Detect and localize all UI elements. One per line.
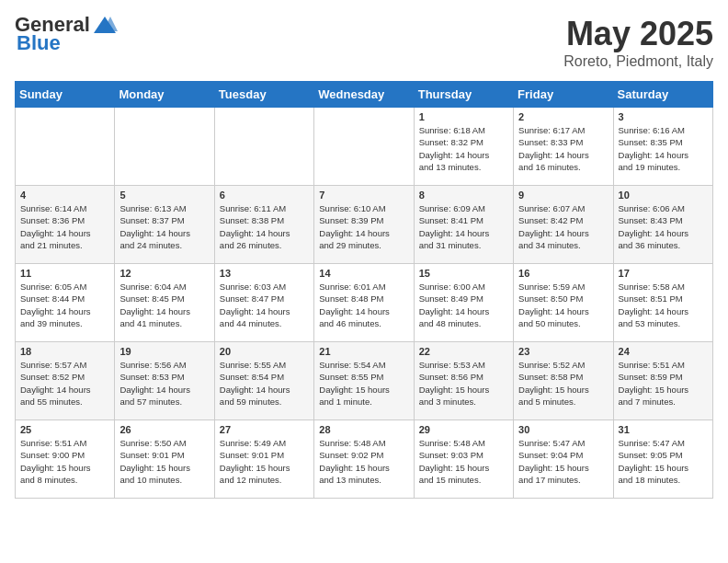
day-number: 3 xyxy=(619,111,708,122)
day-info: Sunrise: 6:11 AM Sunset: 8:38 PM Dayligh… xyxy=(220,202,309,251)
day-info: Sunrise: 6:06 AM Sunset: 8:43 PM Dayligh… xyxy=(619,202,708,251)
day-info: Sunrise: 6:17 AM Sunset: 8:33 PM Dayligh… xyxy=(518,124,608,173)
calendar-cell: 1Sunrise: 6:18 AM Sunset: 8:32 PM Daylig… xyxy=(414,108,513,186)
calendar-cell xyxy=(115,108,214,186)
calendar-cell: 5Sunrise: 6:13 AM Sunset: 8:37 PM Daylig… xyxy=(115,186,214,264)
calendar-cell: 22Sunrise: 5:53 AM Sunset: 8:56 PM Dayli… xyxy=(414,342,513,420)
day-info: Sunrise: 6:18 AM Sunset: 8:32 PM Dayligh… xyxy=(419,124,508,173)
calendar-cell: 15Sunrise: 6:00 AM Sunset: 8:49 PM Dayli… xyxy=(414,264,513,342)
calendar-cell: 24Sunrise: 5:51 AM Sunset: 8:59 PM Dayli… xyxy=(613,342,712,420)
day-number: 5 xyxy=(119,190,209,201)
day-number: 1 xyxy=(419,111,508,122)
calendar-cell: 20Sunrise: 5:55 AM Sunset: 8:54 PM Dayli… xyxy=(214,342,313,420)
calendar-cell: 21Sunrise: 5:54 AM Sunset: 8:55 PM Dayli… xyxy=(314,342,414,420)
calendar-cell: 13Sunrise: 6:03 AM Sunset: 8:47 PM Dayli… xyxy=(214,264,313,342)
calendar-cell xyxy=(314,108,414,186)
day-info: Sunrise: 6:00 AM Sunset: 8:49 PM Dayligh… xyxy=(419,281,508,329)
day-info: Sunrise: 6:03 AM Sunset: 8:47 PM Dayligh… xyxy=(220,281,309,329)
calendar-cell: 9Sunrise: 6:07 AM Sunset: 8:42 PM Daylig… xyxy=(514,186,613,264)
weekday-header-friday: Friday xyxy=(514,82,613,108)
day-info: Sunrise: 5:47 AM Sunset: 9:05 PM Dayligh… xyxy=(619,437,708,486)
day-number: 2 xyxy=(518,111,608,122)
day-number: 30 xyxy=(518,424,608,435)
page-header: General Blue May 2025 Roreto, Piedmont, … xyxy=(15,15,713,70)
calendar-cell: 30Sunrise: 5:47 AM Sunset: 9:04 PM Dayli… xyxy=(514,420,613,499)
calendar-cell: 6Sunrise: 6:11 AM Sunset: 8:38 PM Daylig… xyxy=(214,186,313,264)
day-info: Sunrise: 5:50 AM Sunset: 9:01 PM Dayligh… xyxy=(119,437,209,486)
day-number: 22 xyxy=(419,346,508,357)
day-number: 29 xyxy=(419,424,508,435)
day-number: 10 xyxy=(619,190,708,201)
calendar-cell: 7Sunrise: 6:10 AM Sunset: 8:39 PM Daylig… xyxy=(314,186,414,264)
calendar-cell: 27Sunrise: 5:49 AM Sunset: 9:01 PM Dayli… xyxy=(214,420,313,499)
calendar-cell: 17Sunrise: 5:58 AM Sunset: 8:51 PM Dayli… xyxy=(613,264,712,342)
weekday-header-wednesday: Wednesday xyxy=(314,82,414,108)
day-info: Sunrise: 6:13 AM Sunset: 8:37 PM Dayligh… xyxy=(119,202,209,251)
day-number: 19 xyxy=(119,346,209,357)
day-number: 21 xyxy=(319,346,408,357)
day-info: Sunrise: 5:48 AM Sunset: 9:02 PM Dayligh… xyxy=(319,437,408,486)
day-info: Sunrise: 6:09 AM Sunset: 8:41 PM Dayligh… xyxy=(419,202,508,251)
title-block: May 2025 Roreto, Piedmont, Italy xyxy=(563,15,713,70)
weekday-header-saturday: Saturday xyxy=(613,82,712,108)
day-info: Sunrise: 5:52 AM Sunset: 8:58 PM Dayligh… xyxy=(518,359,608,408)
calendar-cell: 14Sunrise: 6:01 AM Sunset: 8:48 PM Dayli… xyxy=(314,264,414,342)
calendar-cell: 19Sunrise: 5:56 AM Sunset: 8:53 PM Dayli… xyxy=(115,342,214,420)
calendar-cell: 25Sunrise: 5:51 AM Sunset: 9:00 PM Dayli… xyxy=(16,420,115,499)
calendar-cell: 12Sunrise: 6:04 AM Sunset: 8:45 PM Dayli… xyxy=(115,264,214,342)
day-info: Sunrise: 5:55 AM Sunset: 8:54 PM Dayligh… xyxy=(220,359,309,408)
day-number: 17 xyxy=(619,268,708,279)
day-number: 16 xyxy=(518,268,608,279)
calendar-cell xyxy=(214,108,313,186)
logo-icon xyxy=(92,15,118,35)
calendar-cell xyxy=(16,108,115,186)
day-number: 7 xyxy=(319,190,408,201)
calendar-cell: 4Sunrise: 6:14 AM Sunset: 8:36 PM Daylig… xyxy=(16,186,115,264)
day-number: 13 xyxy=(220,268,309,279)
day-number: 28 xyxy=(319,424,408,435)
day-number: 31 xyxy=(619,424,708,435)
day-info: Sunrise: 6:14 AM Sunset: 8:36 PM Dayligh… xyxy=(20,202,109,251)
day-number: 4 xyxy=(20,190,109,201)
day-number: 18 xyxy=(20,346,109,357)
day-number: 26 xyxy=(119,424,209,435)
day-info: Sunrise: 5:57 AM Sunset: 8:52 PM Dayligh… xyxy=(20,359,109,408)
calendar-subtitle: Roreto, Piedmont, Italy xyxy=(563,53,713,70)
calendar-week-row: 4Sunrise: 6:14 AM Sunset: 8:36 PM Daylig… xyxy=(16,186,713,264)
day-number: 6 xyxy=(220,190,309,201)
calendar-cell: 8Sunrise: 6:09 AM Sunset: 8:41 PM Daylig… xyxy=(414,186,513,264)
day-number: 8 xyxy=(419,190,508,201)
calendar-cell: 23Sunrise: 5:52 AM Sunset: 8:58 PM Dayli… xyxy=(514,342,613,420)
calendar-title: May 2025 xyxy=(563,15,713,53)
day-info: Sunrise: 6:04 AM Sunset: 8:45 PM Dayligh… xyxy=(119,281,209,329)
calendar-week-row: 25Sunrise: 5:51 AM Sunset: 9:00 PM Dayli… xyxy=(16,420,713,499)
day-info: Sunrise: 6:07 AM Sunset: 8:42 PM Dayligh… xyxy=(518,202,608,251)
day-info: Sunrise: 5:49 AM Sunset: 9:01 PM Dayligh… xyxy=(220,437,309,486)
calendar-cell: 11Sunrise: 6:05 AM Sunset: 8:44 PM Dayli… xyxy=(16,264,115,342)
calendar-cell: 31Sunrise: 5:47 AM Sunset: 9:05 PM Dayli… xyxy=(613,420,712,499)
day-info: Sunrise: 6:16 AM Sunset: 8:35 PM Dayligh… xyxy=(619,124,708,173)
day-number: 9 xyxy=(518,190,608,201)
day-info: Sunrise: 5:53 AM Sunset: 8:56 PM Dayligh… xyxy=(419,359,508,408)
day-info: Sunrise: 5:48 AM Sunset: 9:03 PM Dayligh… xyxy=(419,437,508,486)
day-info: Sunrise: 6:10 AM Sunset: 8:39 PM Dayligh… xyxy=(319,202,408,251)
day-info: Sunrise: 5:56 AM Sunset: 8:53 PM Dayligh… xyxy=(119,359,209,408)
calendar-cell: 2Sunrise: 6:17 AM Sunset: 8:33 PM Daylig… xyxy=(514,108,613,186)
day-number: 24 xyxy=(619,346,708,357)
calendar-week-row: 11Sunrise: 6:05 AM Sunset: 8:44 PM Dayli… xyxy=(16,264,713,342)
weekday-header-tuesday: Tuesday xyxy=(214,82,313,108)
day-info: Sunrise: 5:51 AM Sunset: 9:00 PM Dayligh… xyxy=(20,437,109,486)
day-number: 15 xyxy=(419,268,508,279)
logo-blue-text: Blue xyxy=(17,31,61,55)
calendar-cell: 16Sunrise: 5:59 AM Sunset: 8:50 PM Dayli… xyxy=(514,264,613,342)
weekday-header-thursday: Thursday xyxy=(414,82,513,108)
day-info: Sunrise: 5:58 AM Sunset: 8:51 PM Dayligh… xyxy=(619,281,708,329)
day-number: 20 xyxy=(220,346,309,357)
weekday-header-monday: Monday xyxy=(115,82,214,108)
calendar-cell: 10Sunrise: 6:06 AM Sunset: 8:43 PM Dayli… xyxy=(613,186,712,264)
calendar-table: SundayMondayTuesdayWednesdayThursdayFrid… xyxy=(15,81,713,499)
calendar-cell: 28Sunrise: 5:48 AM Sunset: 9:02 PM Dayli… xyxy=(314,420,414,499)
calendar-cell: 3Sunrise: 6:16 AM Sunset: 8:35 PM Daylig… xyxy=(613,108,712,186)
calendar-week-row: 18Sunrise: 5:57 AM Sunset: 8:52 PM Dayli… xyxy=(16,342,713,420)
calendar-cell: 29Sunrise: 5:48 AM Sunset: 9:03 PM Dayli… xyxy=(414,420,513,499)
